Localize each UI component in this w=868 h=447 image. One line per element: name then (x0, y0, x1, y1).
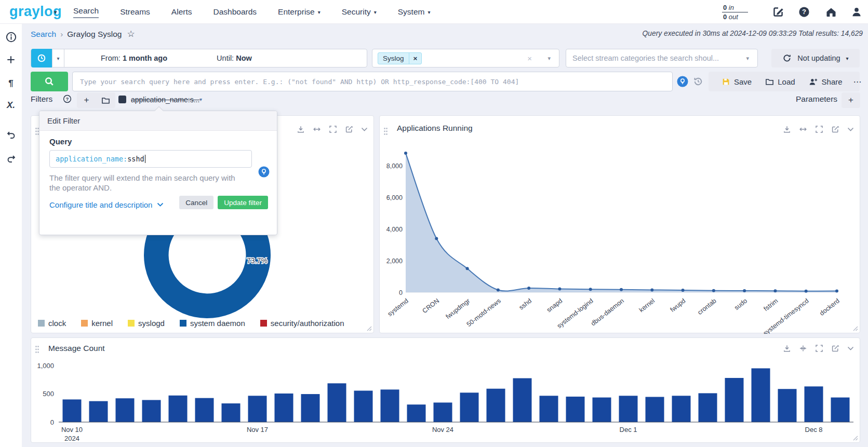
filters-help-icon[interactable]: ? (63, 94, 72, 103)
throughput-indicator[interactable]: 0 in 0 out (722, 3, 748, 21)
chart-legend: clockkernelsyslogdsystem daemonsecurity/… (38, 319, 344, 328)
filter-chip-label[interactable]: application_name:s... (131, 96, 199, 104)
svg-text:4,000: 4,000 (386, 226, 403, 233)
share-button[interactable]: Share (804, 77, 847, 86)
svg-text:?: ? (66, 97, 69, 102)
breadcrumb-current: Graylog Syslog (67, 30, 122, 39)
svg-text:fwupdmgr: fwupdmgr (445, 297, 472, 320)
filters-toolbar: + (77, 92, 115, 108)
filter-enabled-checkbox[interactable] (118, 96, 126, 103)
left-sidebar: ¶ X. (0, 24, 22, 447)
save-button[interactable]: Save (717, 77, 756, 86)
folder-icon (765, 77, 774, 86)
stream-chip-syslog[interactable]: Syslog × (378, 52, 422, 64)
nav-item-streams[interactable]: Streams (120, 7, 150, 17)
edit-filter-popover: Edit Filter Query application_name:sshd … (39, 111, 277, 235)
fields-icon[interactable]: X. (0, 97, 22, 114)
svg-text:sshd: sshd (518, 297, 533, 311)
resize-grip[interactable] (366, 326, 372, 331)
nav-item-alerts[interactable]: Alerts (171, 7, 192, 17)
svg-text:Nov 17: Nov 17 (247, 426, 268, 434)
query-validation-icon[interactable] (677, 76, 688, 87)
add-parameter-button[interactable]: + (842, 92, 860, 108)
nav-item-system[interactable]: System▾ (398, 7, 431, 17)
svg-text:1,000: 1,000 (37, 362, 54, 370)
search-history-icon[interactable] (693, 76, 703, 87)
search-icon (44, 76, 55, 87)
logo-caret-icon[interactable]: ▾ (54, 9, 57, 16)
timerange-caret-button[interactable]: ▾ (52, 49, 64, 67)
legend-item[interactable]: security/authorization (260, 319, 344, 328)
nav-item-security[interactable]: Security▾ (342, 7, 377, 17)
formatting-icon[interactable]: ¶ (0, 75, 22, 92)
nav-item-search[interactable]: Search (73, 6, 99, 18)
nav-item-dashboards[interactable]: Dashboards (213, 7, 257, 17)
legend-item[interactable]: kernel (81, 319, 113, 328)
legend-swatch (260, 320, 267, 327)
resize-grip[interactable] (852, 326, 858, 331)
search-button[interactable] (31, 72, 68, 91)
svg-text:dbus-daemon: dbus-daemon (590, 297, 625, 327)
stream-category-select[interactable]: Select stream categories the search shou… (566, 49, 758, 67)
undo-icon[interactable] (0, 126, 22, 143)
svg-text:?: ? (802, 8, 806, 16)
stream-select[interactable]: Syslog × × ▾ (372, 49, 559, 67)
query-label: Query (49, 137, 267, 146)
legend-swatch (180, 320, 186, 327)
add-widget-icon[interactable] (0, 51, 22, 69)
compose-icon[interactable] (772, 6, 784, 18)
category-select-caret-icon[interactable]: ▾ (746, 55, 749, 62)
user-icon[interactable] (851, 6, 862, 18)
load-button[interactable]: Load (760, 77, 799, 86)
text-cursor (145, 155, 145, 163)
widget-message-count: Message Count 05001,000Nov 102024Nov 17N… (31, 337, 860, 443)
filter-chip-caret-icon[interactable]: ▾ (199, 97, 202, 102)
timerange-until[interactable]: Until: Now (217, 54, 252, 62)
main-nav: Search Streams Alerts Dashboards Enterpr… (73, 0, 430, 24)
parameters-label: Parameters (796, 94, 837, 104)
nav-item-enterprise[interactable]: Enterprise▾ (278, 7, 321, 17)
legend-swatch (128, 320, 135, 327)
svg-text:CRON: CRON (421, 297, 441, 315)
add-filter-button[interactable]: + (77, 92, 96, 108)
query-validation-icon[interactable] (258, 166, 270, 178)
filter-library-button[interactable] (96, 92, 115, 108)
timerange-panel: ▾ From: 1 month ago Until: Now (31, 49, 367, 67)
help-icon[interactable]: ? (798, 6, 810, 18)
more-actions-button[interactable]: ⋯ (851, 77, 864, 87)
svg-text:8,000: 8,000 (386, 162, 403, 170)
timerange-from[interactable]: From: 1 month ago (101, 54, 167, 62)
svg-text:kernel: kernel (638, 297, 656, 314)
favorite-star-icon[interactable]: ☆ (127, 29, 135, 39)
update-filter-button[interactable]: Update filter (218, 196, 268, 209)
filter-query-input[interactable]: application_name:sshd (49, 150, 252, 168)
redo-icon[interactable] (0, 150, 22, 167)
stream-select-caret-icon[interactable]: ▾ (547, 55, 551, 62)
remove-stream-icon[interactable]: × (409, 53, 422, 64)
info-icon[interactable] (0, 28, 22, 46)
svg-text:2024: 2024 (64, 435, 79, 442)
clear-streams-icon[interactable]: × (527, 54, 532, 63)
svg-text:systemd: systemd (386, 297, 410, 318)
breadcrumb-search-link[interactable]: Search (31, 30, 56, 39)
svg-text:fwupd: fwupd (669, 297, 687, 314)
folder-icon (101, 96, 110, 105)
area-chart[interactable]: 02,0004,0006,0008,000systemdCRONfwupdmgr… (380, 116, 861, 334)
svg-text:0: 0 (399, 289, 403, 296)
breadcrumb: Search › Graylog Syslog ☆ (31, 29, 135, 39)
resize-grip[interactable] (852, 435, 858, 441)
chevron-down-icon: ▾ (318, 9, 321, 15)
svg-text:fstrim: fstrim (763, 297, 780, 313)
legend-label: system daemon (190, 319, 245, 328)
cancel-button[interactable]: Cancel (179, 196, 213, 209)
svg-text:2,000: 2,000 (386, 258, 403, 265)
legend-item[interactable]: system daemon (180, 319, 245, 328)
refresh-control[interactable]: Not updating ▾ (771, 49, 860, 67)
legend-item[interactable]: clock (38, 319, 66, 328)
breadcrumb-separator: › (60, 30, 63, 39)
search-query-input[interactable] (72, 72, 673, 91)
timerange-clock-button[interactable] (31, 49, 52, 67)
legend-item[interactable]: syslogd (128, 319, 165, 328)
bar-chart[interactable]: 05001,000Nov 102024Nov 17Nov 24Dec 1Dec … (31, 338, 861, 443)
home-icon[interactable] (825, 6, 837, 18)
